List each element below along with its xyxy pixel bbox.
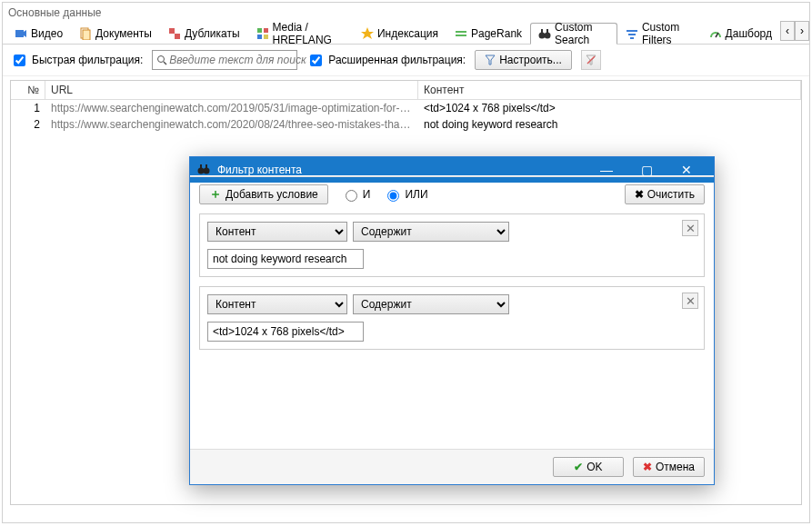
tab-custom-filters[interactable]: Custom Filters bbox=[617, 23, 701, 44]
condition-value-input[interactable]: not doing keyword research bbox=[207, 249, 364, 269]
binoculars-icon bbox=[538, 27, 551, 40]
clear-conditions-button[interactable]: ✖ Очистить bbox=[625, 184, 705, 204]
dialog-title: Фильтр контента bbox=[217, 164, 586, 176]
funnel-clear-icon bbox=[586, 55, 596, 65]
tabs-next-button[interactable]: › bbox=[795, 21, 809, 41]
cancel-icon: ✖ bbox=[643, 461, 652, 473]
tab-dashboard[interactable]: Дашборд bbox=[701, 23, 780, 44]
add-condition-button[interactable]: ＋ Добавить условие bbox=[199, 184, 328, 204]
search-field[interactable]: ✕ bbox=[152, 50, 297, 70]
tab-strip: Видео Документы Дубликаты Media / HREFLA… bbox=[3, 21, 809, 45]
svg-rect-9 bbox=[264, 35, 268, 39]
cell-content: not doing keyword research bbox=[418, 116, 801, 133]
cell-url: https://www.searchenginewatch.com/2019/0… bbox=[45, 100, 418, 116]
cancel-label: Отмена bbox=[656, 461, 695, 473]
svg-rect-6 bbox=[257, 28, 262, 33]
svg-rect-5 bbox=[175, 34, 180, 39]
plus-icon: ＋ bbox=[209, 186, 222, 203]
pagerank-icon bbox=[455, 27, 467, 40]
configure-button[interactable]: Настроить... bbox=[475, 50, 572, 70]
condition-block: ✕ Контент Содержит <td>1024 x 768 pixels… bbox=[199, 286, 705, 350]
tab-documents[interactable]: Документы bbox=[71, 23, 160, 44]
tab-label: Custom Search bbox=[555, 21, 609, 46]
documents-icon bbox=[79, 27, 92, 40]
x-icon: ✖ bbox=[635, 188, 644, 201]
advanced-filter-checkbox[interactable]: Расширенная фильтрация: bbox=[306, 52, 466, 69]
tab-media-hreflang[interactable]: Media / HREFLANG bbox=[248, 23, 353, 44]
clear-label: Очистить bbox=[647, 188, 695, 201]
tab-label: Дашборд bbox=[726, 27, 772, 40]
tab-custom-search[interactable]: Custom Search bbox=[530, 23, 617, 45]
tab-video[interactable]: Видео bbox=[6, 23, 71, 44]
svg-rect-0 bbox=[15, 30, 24, 37]
svg-rect-3 bbox=[83, 30, 90, 40]
ok-label: OK bbox=[586, 461, 602, 473]
close-button[interactable]: ✕ bbox=[667, 157, 707, 183]
svg-rect-8 bbox=[257, 35, 262, 39]
check-icon: ✔ bbox=[574, 461, 583, 473]
tab-label: PageRank bbox=[471, 27, 522, 40]
tab-duplicates[interactable]: Дубликаты bbox=[160, 23, 248, 44]
svg-rect-4 bbox=[169, 28, 175, 34]
svg-point-21 bbox=[158, 56, 165, 63]
quick-filter-checkbox[interactable]: Быстрая фильтрация: bbox=[10, 52, 143, 69]
condition-operator-select[interactable]: Содержит bbox=[353, 294, 509, 314]
tab-pagerank[interactable]: PageRank bbox=[446, 23, 530, 44]
logic-and-radio[interactable]: И bbox=[341, 187, 371, 202]
binoculars-icon bbox=[197, 163, 212, 177]
remove-condition-button[interactable]: ✕ bbox=[682, 220, 698, 236]
advanced-filter-label: Расширенная фильтрация: bbox=[328, 54, 466, 66]
svg-rect-29 bbox=[206, 164, 207, 169]
svg-rect-18 bbox=[628, 34, 636, 35]
search-icon bbox=[156, 55, 167, 65]
grid-header-num[interactable]: № bbox=[11, 81, 45, 99]
cell-content: <td>1024 x 768 pixels</td> bbox=[418, 100, 801, 116]
condition-field-select[interactable]: Контент bbox=[207, 222, 347, 242]
cell-num: 1 bbox=[11, 100, 45, 116]
tab-label: Дубликаты bbox=[185, 27, 240, 40]
minimize-button[interactable]: — bbox=[586, 157, 627, 183]
svg-marker-23 bbox=[486, 55, 495, 65]
tab-indexing[interactable]: Индексация bbox=[353, 23, 446, 44]
custom-filters-icon bbox=[626, 27, 638, 40]
search-input[interactable] bbox=[167, 53, 308, 67]
cancel-button[interactable]: ✖ Отмена bbox=[633, 457, 705, 477]
tab-label: Индексация bbox=[377, 27, 438, 40]
duplicates-icon bbox=[168, 27, 181, 40]
svg-rect-11 bbox=[456, 31, 466, 33]
condition-operator-select[interactable]: Содержит bbox=[353, 222, 509, 242]
tab-label: Media / HREFLANG bbox=[273, 21, 345, 46]
clear-filter-button[interactable] bbox=[581, 50, 601, 70]
tab-label: Custom Filters bbox=[642, 21, 693, 46]
maximize-button[interactable]: ▢ bbox=[627, 157, 667, 183]
svg-rect-15 bbox=[541, 29, 543, 34]
section-title: Основные данные bbox=[3, 3, 809, 21]
cell-num: 2 bbox=[11, 116, 45, 133]
grid-header-url[interactable]: URL bbox=[45, 81, 418, 99]
tab-label: Видео bbox=[31, 27, 63, 40]
svg-rect-7 bbox=[264, 28, 268, 33]
condition-block: ✕ Контент Содержит not doing keyword res… bbox=[199, 213, 705, 277]
quick-filter-label: Быстрая фильтрация: bbox=[32, 54, 143, 66]
svg-line-22 bbox=[164, 62, 166, 65]
svg-rect-17 bbox=[627, 30, 637, 32]
tabs-prev-button[interactable]: ‹ bbox=[780, 21, 795, 41]
tab-label: Документы bbox=[95, 27, 152, 40]
grid-header-content[interactable]: Контент bbox=[418, 81, 801, 99]
table-row[interactable]: 1 https://www.searchenginewatch.com/2019… bbox=[11, 100, 801, 116]
logic-or-radio[interactable]: ИЛИ bbox=[383, 187, 427, 202]
funnel-icon bbox=[485, 55, 496, 65]
svg-rect-12 bbox=[456, 35, 466, 36]
indexing-icon bbox=[361, 27, 374, 40]
grid-header: № URL Контент bbox=[11, 81, 801, 100]
media-hreflang-icon bbox=[256, 27, 269, 40]
table-row[interactable]: 2 https://www.searchenginewatch.com/2020… bbox=[11, 116, 801, 133]
remove-condition-button[interactable]: ✕ bbox=[682, 293, 698, 309]
condition-value-input[interactable]: <td>1024 x 768 pixels</td> bbox=[207, 322, 364, 342]
add-condition-label: Добавить условие bbox=[226, 188, 318, 201]
configure-label: Настроить... bbox=[499, 54, 562, 66]
ok-button[interactable]: ✔ OK bbox=[553, 457, 624, 477]
logic-and-label: И bbox=[363, 188, 371, 201]
video-icon bbox=[15, 27, 27, 40]
condition-field-select[interactable]: Контент bbox=[207, 294, 347, 314]
